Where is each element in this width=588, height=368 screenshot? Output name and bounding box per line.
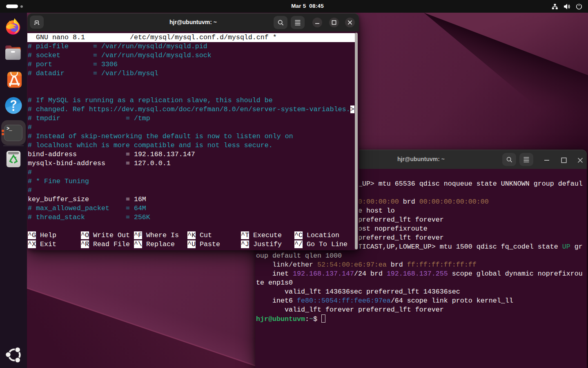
svg-text:?: ? bbox=[10, 98, 17, 110]
